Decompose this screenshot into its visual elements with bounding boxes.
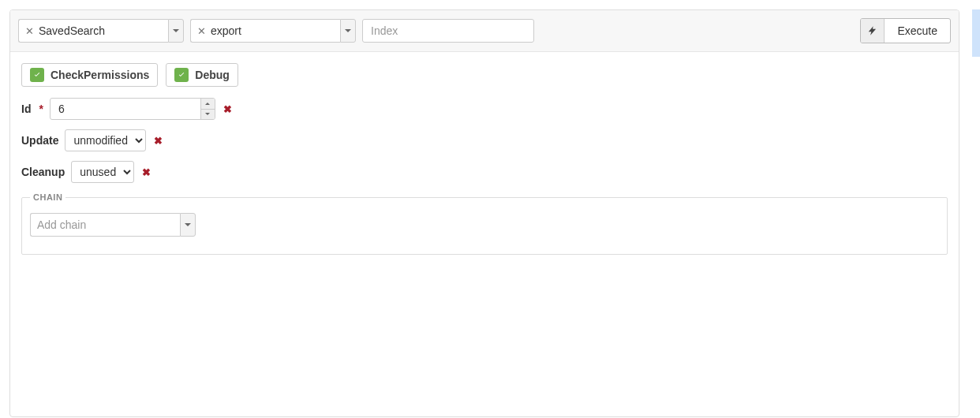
required-marker: *	[39, 103, 43, 115]
debug-label: Debug	[195, 69, 230, 81]
index-input[interactable]	[362, 19, 534, 43]
cleanup-select[interactable]: unused	[71, 161, 134, 183]
stepper-up-icon[interactable]	[201, 99, 215, 109]
chevron-down-icon[interactable]	[340, 19, 356, 43]
add-chain-combo[interactable]: Add chain	[30, 213, 196, 237]
close-icon[interactable]: ✕	[197, 26, 206, 36]
cleanup-row: Cleanup unused ✖	[21, 161, 948, 183]
chain-legend: CHAIN	[30, 192, 65, 202]
checkmark-icon	[30, 68, 44, 82]
execute-button[interactable]: Execute	[860, 18, 951, 43]
action-combo-value: export	[211, 24, 241, 37]
form-body: CheckPermissions Debug Id*	[10, 52, 959, 416]
chevron-down-icon[interactable]	[168, 19, 184, 43]
check-permissions-toggle[interactable]: CheckPermissions	[21, 63, 158, 87]
id-spinner	[200, 99, 215, 119]
checkmark-icon	[174, 68, 189, 82]
check-permissions-label: CheckPermissions	[50, 69, 149, 81]
api-explorer-panel: ✕ SavedSearch ✕ export Execute	[9, 9, 959, 417]
id-input-wrap	[50, 98, 215, 120]
id-input[interactable]	[50, 99, 200, 119]
right-accent-stripe	[972, 9, 980, 57]
add-chain-placeholder: Add chain	[37, 218, 86, 231]
chain-fieldset: CHAIN Add chain	[21, 192, 948, 255]
action-combo[interactable]: ✕ export	[190, 19, 356, 43]
entity-combo-value: SavedSearch	[39, 24, 105, 37]
id-label: Id	[21, 103, 31, 115]
remove-cleanup-icon[interactable]: ✖	[140, 166, 152, 178]
debug-toggle[interactable]: Debug	[166, 63, 238, 87]
update-select[interactable]: unmodified	[65, 129, 146, 151]
entity-combo[interactable]: ✕ SavedSearch	[18, 19, 184, 43]
bolt-icon	[861, 19, 885, 43]
update-label: Update	[21, 134, 58, 147]
remove-id-icon[interactable]: ✖	[222, 103, 234, 115]
execute-button-label: Execute	[885, 19, 950, 43]
cleanup-label: Cleanup	[21, 166, 65, 178]
chevron-down-icon[interactable]	[180, 213, 196, 237]
stepper-down-icon[interactable]	[201, 109, 215, 120]
close-icon[interactable]: ✕	[25, 26, 34, 36]
id-row: Id* ✖	[21, 98, 948, 120]
update-row: Update unmodified ✖	[21, 129, 948, 151]
remove-update-icon[interactable]: ✖	[152, 135, 164, 147]
toolbar: ✕ SavedSearch ✕ export Execute	[10, 10, 959, 52]
